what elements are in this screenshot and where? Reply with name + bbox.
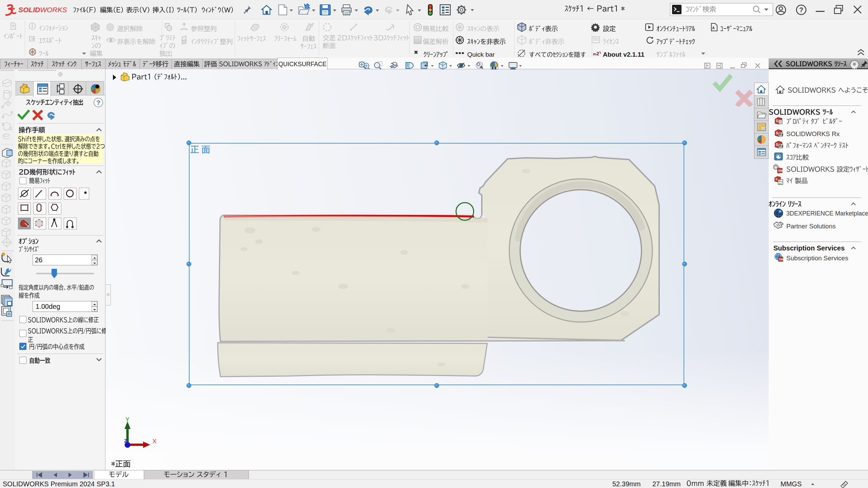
svg-text:SW: SW [779,258,784,261]
svg-text:X: X [153,438,156,445]
svg-text:Rx: Rx [779,144,784,148]
svg-text:SW: SW [778,169,783,172]
svg-text:S: S [775,177,777,181]
svg-text:S: S [776,143,778,147]
svg-text:SOLIDWORKS: SOLIDWORKS [18,6,67,14]
svg-text:S: S [776,119,778,123]
svg-text:?: ? [799,6,803,14]
svg-text:S: S [776,131,778,135]
svg-text:Rx: Rx [779,133,784,136]
svg-text:?: ? [96,99,100,106]
svg-text:Z: Z [124,438,127,444]
svg-text:A: A [712,26,715,30]
svg-text:m2: m2 [593,51,599,56]
